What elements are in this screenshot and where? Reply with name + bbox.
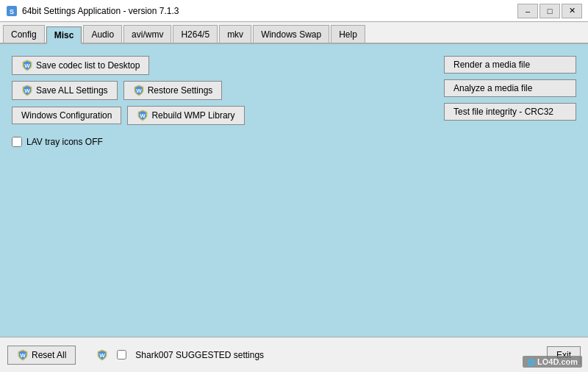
shield-icon-reset: W	[17, 349, 29, 361]
lav-tray-label: LAV tray icons OFF	[26, 137, 103, 147]
save-all-label: Save ALL Settings	[36, 85, 108, 96]
shield-icon-save-codec: W	[21, 60, 33, 71]
close-button[interactable]: ✕	[562, 4, 582, 18]
shark007-checkbox[interactable]	[117, 350, 126, 360]
tab-mkv[interactable]: mkv	[219, 25, 251, 43]
test-integrity-button[interactable]: Test file integrity - CRC32	[444, 103, 576, 121]
save-codec-button[interactable]: W Save codec list to Desktop	[12, 56, 149, 75]
rebuild-wmp-label: Rebuild WMP Library	[151, 110, 234, 121]
windows-config-label: Windows Configuration	[21, 110, 112, 121]
restore-button[interactable]: W Restore Settings	[123, 81, 223, 100]
tab-misc[interactable]: Misc	[46, 26, 82, 44]
shield-icon-save-all: W	[21, 85, 33, 96]
rebuild-wmp-button[interactable]: W Rebuild WMP Library	[127, 106, 244, 125]
svg-text:W: W	[140, 112, 146, 119]
shield-icon-shark007: W	[96, 349, 108, 361]
svg-text:W: W	[100, 352, 106, 359]
tab-bar: Config Misc Audio avi/wmv H264/5 mkv Win…	[0, 22, 588, 44]
lav-tray-row: LAV tray icons OFF	[12, 137, 432, 147]
lav-tray-checkbox[interactable]	[12, 137, 22, 147]
svg-text:S: S	[10, 8, 14, 15]
window-title: 64bit Settings Application - version 7.1…	[22, 6, 179, 16]
test-integrity-label: Test file integrity - CRC32	[453, 107, 553, 117]
tab-windows-swap[interactable]: Windows Swap	[253, 25, 329, 43]
tab-audio[interactable]: Audio	[83, 25, 122, 43]
svg-text:W: W	[136, 87, 142, 94]
tab-h2645[interactable]: H264/5	[173, 25, 218, 43]
main-content: W Save codec list to Desktop W	[0, 44, 588, 337]
left-panel: W Save codec list to Desktop W	[12, 56, 432, 147]
svg-text:W: W	[20, 352, 26, 359]
shark007-label: Shark007 SUGGESTED settings	[135, 350, 264, 360]
shield-icon-rebuild: W	[137, 110, 148, 121]
tab-help[interactable]: Help	[331, 25, 365, 43]
watermark: 🌐 LO4D.com	[523, 356, 582, 368]
save-codec-label: Save codec list to Desktop	[36, 60, 140, 71]
restore-label: Restore Settings	[148, 85, 213, 96]
analyze-media-label: Analyze a media file	[453, 83, 532, 93]
bottom-bar: W Reset All W Shark007 SUGGESTED setting…	[0, 337, 588, 372]
render-media-label: Render a media file	[453, 60, 530, 70]
tab-config[interactable]: Config	[3, 25, 45, 43]
shield-icon-restore: W	[133, 85, 145, 96]
analyze-media-button[interactable]: Analyze a media file	[444, 79, 576, 97]
maximize-button[interactable]: □	[539, 4, 560, 18]
minimize-button[interactable]: –	[517, 4, 538, 18]
render-media-button[interactable]: Render a media file	[444, 56, 576, 74]
app-icon: S	[6, 5, 18, 17]
reset-all-label: Reset All	[32, 350, 66, 360]
svg-text:W: W	[24, 87, 30, 94]
windows-config-button[interactable]: Windows Configuration	[12, 107, 121, 124]
watermark-text: LO4D.com	[537, 357, 578, 366]
svg-text:W: W	[24, 62, 30, 69]
save-all-button[interactable]: W Save ALL Settings	[12, 81, 118, 100]
reset-all-button[interactable]: W Reset All	[7, 346, 76, 365]
right-panel: Render a media file Analyze a media file…	[444, 56, 576, 147]
tab-aviwmv[interactable]: avi/wmv	[123, 25, 171, 43]
title-bar: S 64bit Settings Application - version 7…	[0, 0, 588, 22]
